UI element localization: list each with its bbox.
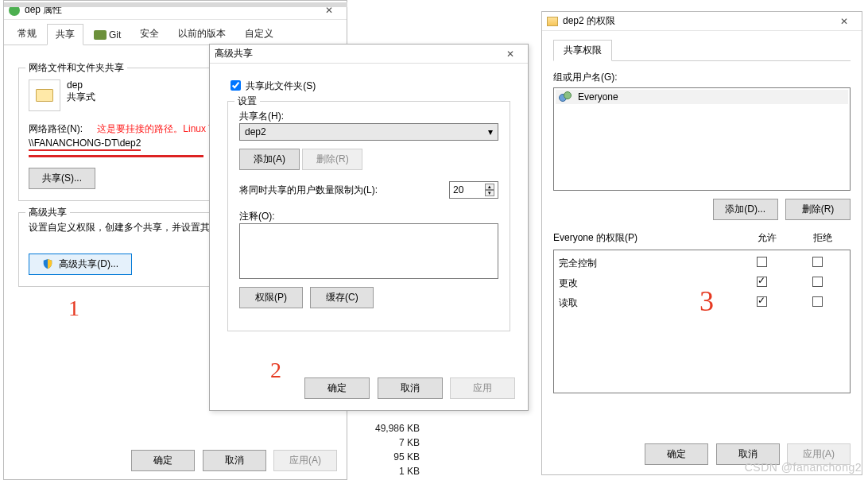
sharename-select[interactable]: dep2▾ [239, 123, 498, 141]
limit-spinner[interactable]: 20 ▴▾ [449, 181, 498, 199]
folder-name: dep [67, 79, 95, 91]
note-textarea[interactable] [239, 223, 498, 279]
deny-checkbox[interactable] [812, 257, 823, 267]
tab-strip: 常规 共享 Git 安全 以前的版本 自定义 [4, 20, 347, 45]
group-title: 网络文件和文件夹共享 [25, 61, 127, 75]
title-text: 高级共享 [215, 47, 253, 60]
list-item[interactable]: Everyone [556, 90, 848, 104]
limit-label: 将同时共享的用户数量限制为(L): [239, 184, 378, 197]
table-row: 更改 [554, 273, 850, 293]
share-folder-checkbox-label[interactable]: 共享此文件夹(S) [227, 80, 316, 91]
allow-checkbox[interactable] [757, 277, 767, 287]
col-deny: 拒绝 [795, 231, 851, 245]
netpath-value: \\FANANCHONG-DT\dep2 [29, 137, 141, 151]
permissions-dialog: dep2 的权限 ✕ 共享权限 组或用户名(G): Everyone 添加(D)… [541, 11, 862, 475]
allow-checkbox[interactable] [757, 296, 767, 307]
advanced-share-dialog: 高级共享 ✕ 共享此文件夹(S) 设置 共享名(H): dep2▾ 添加(A) … [209, 44, 529, 411]
bg-file-sizes: 49,986 KB 7 KB 95 KB 1 KB [348, 421, 420, 478]
share-button[interactable]: 共享(S)... [29, 168, 95, 189]
titlebar[interactable]: dep2 的权限 ✕ [542, 12, 862, 31]
git-icon [94, 30, 107, 40]
ok-button[interactable]: 确定 [645, 443, 708, 465]
titlebar[interactable]: 高级共享 ✕ [210, 45, 528, 64]
permissions-table: 完全控制 更改 读取 [553, 250, 851, 393]
add-button[interactable]: 添加(D)... [713, 199, 778, 220]
close-icon[interactable]: ✕ [498, 48, 523, 60]
delete-button[interactable]: 删除(R) [785, 199, 851, 220]
spin-down-icon[interactable]: ▾ [485, 190, 494, 196]
tab-general[interactable]: 常规 [9, 23, 45, 45]
user-listbox[interactable]: Everyone [553, 87, 851, 191]
settings-fieldset: 设置 共享名(H): dep2▾ 添加(A) 删除(R) 将同时共享的用户数量限… [227, 101, 510, 331]
tab-strip: 共享权限 [553, 39, 851, 61]
tab-share[interactable]: 共享 [47, 24, 83, 45]
watermark: CSDN @fananchong2 [745, 461, 862, 474]
deny-checkbox[interactable] [812, 296, 823, 307]
advanced-share-button[interactable]: 高级共享(D)... [29, 254, 132, 275]
folder-status: 共享式 [67, 91, 95, 104]
col-allow: 允许 [739, 231, 795, 245]
allow-checkbox[interactable] [757, 257, 767, 267]
deny-checkbox[interactable] [812, 277, 823, 287]
cancel-button[interactable]: 取消 [203, 450, 266, 471]
users-icon [559, 91, 573, 103]
note-label: 注释(O): [239, 210, 498, 223]
delete-button[interactable]: 删除(R) [302, 149, 362, 170]
apply-button[interactable]: 应用 [450, 377, 515, 399]
tab-security[interactable]: 安全 [131, 23, 168, 45]
close-icon[interactable]: ✕ [831, 16, 857, 27]
group-or-user-label: 组或用户名(G): [553, 71, 851, 84]
shield-icon [42, 258, 53, 269]
group-title-adv: 高级共享 [25, 206, 70, 219]
ok-button[interactable]: 确定 [131, 450, 195, 471]
tab-custom[interactable]: 自定义 [236, 23, 282, 45]
folder-icon [547, 17, 558, 26]
settings-title: 设置 [234, 95, 260, 108]
table-row: 读取 [554, 293, 850, 313]
ok-button[interactable]: 确定 [304, 377, 370, 399]
perm-label: Everyone 的权限(P) [553, 231, 739, 245]
table-row: 完全控制 [554, 254, 850, 273]
spin-up-icon[interactable]: ▴ [485, 184, 494, 190]
title-text: dep2 的权限 [563, 14, 615, 28]
chevron-down-icon: ▾ [488, 126, 493, 137]
folder-icon [29, 79, 60, 111]
netpath-label: 网络路径(N): [29, 122, 83, 136]
tab-share-perm[interactable]: 共享权限 [553, 40, 612, 61]
red-underline-annotation [29, 154, 203, 157]
tab-previous[interactable]: 以前的版本 [169, 23, 234, 45]
permissions-button[interactable]: 权限(P) [239, 287, 303, 308]
tab-git[interactable]: Git [85, 25, 130, 45]
apply-button[interactable]: 应用(A) [273, 450, 337, 471]
cancel-button[interactable]: 取消 [378, 377, 443, 399]
add-button[interactable]: 添加(A) [239, 149, 300, 170]
sharename-label: 共享名(H): [239, 110, 498, 123]
cache-button[interactable]: 缓存(C) [310, 287, 374, 308]
share-folder-checkbox[interactable] [231, 80, 241, 91]
